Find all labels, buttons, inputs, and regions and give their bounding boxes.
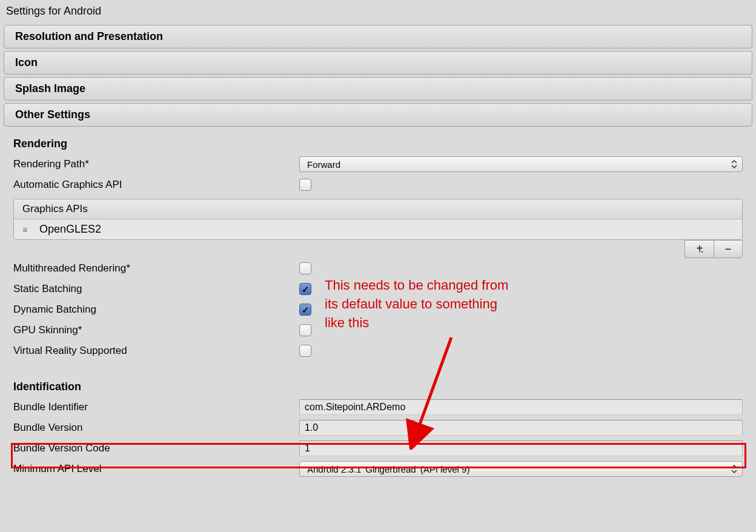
dynamic-batching-checkbox[interactable] bbox=[299, 304, 311, 316]
dropdown-caret-icon bbox=[731, 160, 737, 168]
row-min-api: Minimum API Level Android 2.3.1 'Gingerb… bbox=[13, 459, 743, 479]
add-api-button[interactable] bbox=[685, 240, 714, 258]
section-icon[interactable]: Icon bbox=[4, 51, 752, 75]
rendering-path-dropdown[interactable]: Forward bbox=[299, 156, 743, 172]
bundle-code-input[interactable] bbox=[299, 441, 743, 456]
auto-graphics-api-checkbox[interactable] bbox=[299, 179, 311, 191]
section-splash[interactable]: Splash Image bbox=[4, 77, 752, 101]
section-resolution[interactable]: Resolution and Presentation bbox=[4, 25, 752, 48]
gpu-skinning-label: GPU Skinning* bbox=[13, 324, 299, 336]
other-settings-body: Rendering Rendering Path* Forward Automa… bbox=[0, 129, 756, 479]
dropdown-caret-icon bbox=[731, 465, 737, 473]
vr-supported-label: Virtual Reality Supported bbox=[13, 345, 299, 357]
dynamic-batching-label: Dynamic Batching bbox=[13, 304, 299, 316]
rendering-path-value: Forward bbox=[307, 159, 340, 170]
vr-supported-checkbox[interactable] bbox=[299, 345, 311, 357]
rendering-header: Rendering bbox=[13, 138, 743, 150]
remove-api-button[interactable]: − bbox=[714, 240, 743, 258]
page-title: Settings for Android bbox=[0, 0, 756, 22]
graphics-apis-header: Graphics APIs bbox=[14, 199, 742, 219]
bundle-id-input[interactable] bbox=[299, 399, 743, 415]
bundle-code-label: Bundle Version Code bbox=[13, 442, 299, 454]
row-static-batching: Static Batching bbox=[13, 279, 743, 299]
bundle-id-label: Bundle Identifier bbox=[13, 401, 299, 413]
row-bundle-code: Bundle Version Code bbox=[13, 438, 743, 459]
bundle-version-input[interactable] bbox=[299, 420, 743, 436]
identification-header: Identification bbox=[13, 381, 743, 393]
graphics-apis-box: Graphics APIs OpenGLES2 bbox=[13, 199, 743, 240]
multithreaded-label: Multithreaded Rendering* bbox=[13, 262, 299, 274]
row-gpu-skinning: GPU Skinning* bbox=[13, 320, 743, 341]
rendering-path-label: Rendering Path* bbox=[13, 158, 299, 170]
gpu-skinning-checkbox[interactable] bbox=[299, 324, 311, 336]
multithreaded-checkbox[interactable] bbox=[299, 262, 311, 274]
drag-handle-icon[interactable] bbox=[22, 223, 33, 236]
section-other[interactable]: Other Settings bbox=[4, 103, 752, 127]
row-dynamic-batching: Dynamic Batching bbox=[13, 299, 743, 320]
static-batching-label: Static Batching bbox=[13, 283, 299, 295]
min-api-dropdown[interactable]: Android 2.3.1 'Gingerbread' (API level 9… bbox=[299, 461, 743, 477]
row-bundle-version: Bundle Version bbox=[13, 417, 743, 438]
row-rendering-path: Rendering Path* Forward bbox=[13, 154, 743, 175]
min-api-value: Android 2.3.1 'Gingerbread' (API level 9… bbox=[307, 464, 469, 474]
graphics-apis-item-label: OpenGLES2 bbox=[39, 223, 101, 236]
bundle-version-label: Bundle Version bbox=[13, 422, 299, 434]
min-api-label: Minimum API Level bbox=[13, 463, 299, 475]
auto-graphics-api-label: Automatic Graphics API bbox=[13, 179, 299, 191]
static-batching-checkbox[interactable] bbox=[299, 283, 311, 295]
row-vr-supported: Virtual Reality Supported bbox=[13, 341, 743, 361]
row-bundle-identifier: Bundle Identifier bbox=[13, 397, 743, 417]
graphics-apis-item[interactable]: OpenGLES2 bbox=[14, 219, 742, 239]
row-auto-graphics-api: Automatic Graphics API bbox=[13, 175, 743, 195]
row-multithreaded: Multithreaded Rendering* bbox=[13, 258, 743, 279]
